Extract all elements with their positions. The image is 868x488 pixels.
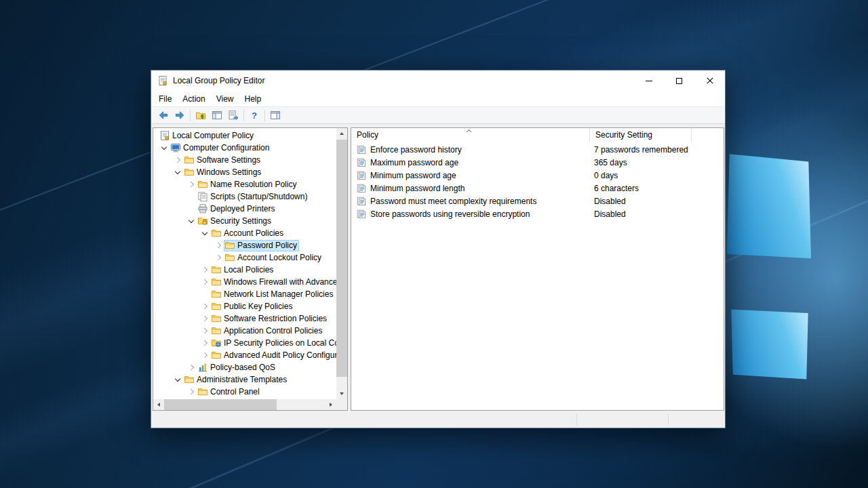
chevron-right-icon[interactable]: [213, 240, 224, 251]
policy-name: Password must meet complexity requiremen…: [370, 197, 594, 206]
column-header-security-setting[interactable]: Security Setting: [590, 128, 692, 142]
action-pane-button[interactable]: [267, 108, 283, 123]
sort-ascending-icon: [467, 129, 471, 133]
console-tree: Local Computer PolicyComputer Configurat…: [153, 128, 336, 399]
desktop-wallpaper: Local Group Policy Editor FileActionView…: [0, 0, 868, 488]
chevron-right-icon[interactable]: [199, 325, 210, 336]
chevron-right-icon[interactable]: [199, 313, 210, 324]
tree-item-deployed-printers[interactable]: Deployed Printers: [153, 203, 336, 215]
chevron-down-icon[interactable]: [186, 216, 197, 226]
policy-row-enforce-password-history[interactable]: Enforce password history7 passwords reme…: [351, 143, 724, 156]
tree-item-account-lockout-policy[interactable]: Account Lockout Policy: [153, 251, 336, 264]
tree-item-scripts-startup-shutdown[interactable]: Scripts (Startup/Shutdown): [153, 190, 336, 203]
tree-item-administrative-templates[interactable]: Administrative Templates: [153, 373, 336, 386]
folder-icon: [211, 264, 222, 275]
chevron-down-icon[interactable]: [172, 167, 183, 178]
tree-item-security-settings[interactable]: Security Settings: [153, 215, 336, 227]
tree-node: Network List Manager Policies: [210, 289, 335, 300]
chevron-down-icon[interactable]: [172, 374, 183, 385]
tree-item-software-settings[interactable]: Software Settings: [153, 154, 336, 166]
computer-icon: [170, 142, 181, 153]
menu-action[interactable]: Action: [177, 92, 210, 106]
tree-item-ip-security-policies-on-local-con[interactable]: IP Security Policies on Local Con: [153, 337, 336, 349]
maximize-button[interactable]: [664, 70, 694, 91]
back-button[interactable]: [155, 108, 172, 123]
tree-item-windows-firewall-with-advanced[interactable]: Windows Firewall with Advanced: [153, 276, 336, 288]
menu-help[interactable]: Help: [239, 92, 267, 106]
policy-name: Store passwords using reversible encrypt…: [370, 209, 594, 219]
scroll-down-button[interactable]: [336, 388, 347, 399]
close-button[interactable]: [694, 70, 725, 91]
tree-horizontal-scrollbar[interactable]: [153, 399, 336, 410]
scripts-icon: [197, 191, 208, 202]
tree-item-policy-based-qos[interactable]: Policy-based QoS: [153, 361, 336, 373]
toolbar-separator: [264, 110, 265, 121]
up-one-level-button[interactable]: [193, 108, 209, 123]
folder-icon: [184, 167, 195, 178]
tree-item-control-panel[interactable]: Control Panel: [153, 386, 336, 398]
action-pane-icon: [270, 110, 281, 121]
scroll-right-button[interactable]: [326, 399, 336, 410]
arrow-up-icon: [340, 132, 344, 135]
qos-icon: [197, 362, 208, 373]
policy-doc-icon: [357, 145, 366, 155]
chevron-right-icon[interactable]: [199, 277, 210, 287]
policy-row-maximum-password-age[interactable]: Maximum password age365 days: [351, 156, 724, 169]
tree-node: Administrative Templates: [183, 374, 289, 386]
tree-item-application-control-policies[interactable]: Application Control Policies: [153, 325, 336, 337]
tree-item-local-policies[interactable]: Local Policies: [153, 264, 336, 276]
tree-item-name-resolution-policy[interactable]: Name Resolution Policy: [153, 178, 336, 190]
help-icon: ?: [249, 110, 260, 121]
scroll-left-button[interactable]: [153, 399, 164, 410]
tree-item-software-restriction-policies[interactable]: Software Restriction Policies: [153, 312, 336, 325]
tree-node: Windows Firewall with Advanced: [210, 277, 336, 288]
menu-bar: FileActionViewHelp: [151, 91, 725, 106]
chevron-right-icon[interactable]: [186, 386, 197, 397]
chevron-right-icon[interactable]: [199, 264, 210, 275]
tree-item-label: Application Control Policies: [224, 326, 322, 336]
vertical-scrollbar-thumb[interactable]: [336, 140, 347, 377]
tree-item-local-computer-policy[interactable]: Local Computer Policy: [153, 129, 336, 142]
chevron-right-icon[interactable]: [213, 252, 224, 263]
scroll-up-button[interactable]: [336, 128, 347, 139]
menu-view[interactable]: View: [211, 92, 239, 106]
arrow-right-icon: [174, 110, 185, 121]
menu-file[interactable]: File: [153, 92, 177, 106]
policy-row-password-must-meet-complexity-requirements[interactable]: Password must meet complexity requiremen…: [351, 195, 724, 207]
chevron-right-icon[interactable]: [199, 350, 210, 361]
tree-item-label: Administrative Templates: [197, 375, 287, 384]
chevron-right-icon[interactable]: [186, 362, 197, 373]
forward-button[interactable]: [172, 108, 188, 123]
column-header-policy[interactable]: Policy: [351, 128, 590, 142]
chevron-right-icon[interactable]: [172, 155, 183, 165]
folder-icon: [184, 374, 195, 385]
tree-item-computer-configuration[interactable]: Computer Configuration: [153, 142, 336, 154]
show-console-tree-button[interactable]: [209, 108, 225, 123]
tree-vertical-scrollbar[interactable]: [336, 128, 347, 399]
minimize-button[interactable]: [633, 70, 664, 91]
tree-item-windows-settings[interactable]: Windows Settings: [153, 166, 336, 178]
tree-item-network-list-manager-policies[interactable]: Network List Manager Policies: [153, 288, 336, 300]
tree-item-password-policy[interactable]: Password Policy: [153, 239, 336, 251]
security-setting-value: Disabled: [594, 209, 626, 219]
security-setting-value: 365 days: [594, 158, 627, 167]
export-list-button[interactable]: [225, 108, 241, 123]
chevron-down-icon[interactable]: [199, 228, 210, 239]
chevron-right-icon[interactable]: [199, 338, 210, 348]
help-button[interactable]: ?: [246, 108, 262, 123]
chevron-right-icon[interactable]: [186, 179, 197, 190]
horizontal-scrollbar-thumb[interactable]: [164, 399, 277, 410]
policy-row-minimum-password-length[interactable]: Minimum password length6 characters: [351, 182, 724, 195]
policy-name: Enforce password history: [370, 145, 594, 155]
tree-node: Advanced Audit Policy Configur: [210, 350, 336, 361]
chevron-right-icon[interactable]: [199, 301, 210, 312]
chevron-down-icon[interactable]: [159, 142, 170, 153]
tree-item-account-policies[interactable]: Account Policies: [153, 227, 336, 239]
tree-item-advanced-audit-policy-configur[interactable]: Advanced Audit Policy Configur: [153, 349, 336, 361]
policy-row-store-passwords-using-reversible-encryption[interactable]: Store passwords using reversible encrypt…: [351, 207, 724, 220]
close-icon: [707, 77, 713, 84]
console-content: Local Computer PolicyComputer Configurat…: [151, 124, 725, 411]
tree-item-public-key-policies[interactable]: Public Key Policies: [153, 300, 336, 312]
policy-row-minimum-password-age[interactable]: Minimum password age0 days: [351, 169, 724, 182]
title-bar[interactable]: Local Group Policy Editor: [151, 70, 725, 91]
